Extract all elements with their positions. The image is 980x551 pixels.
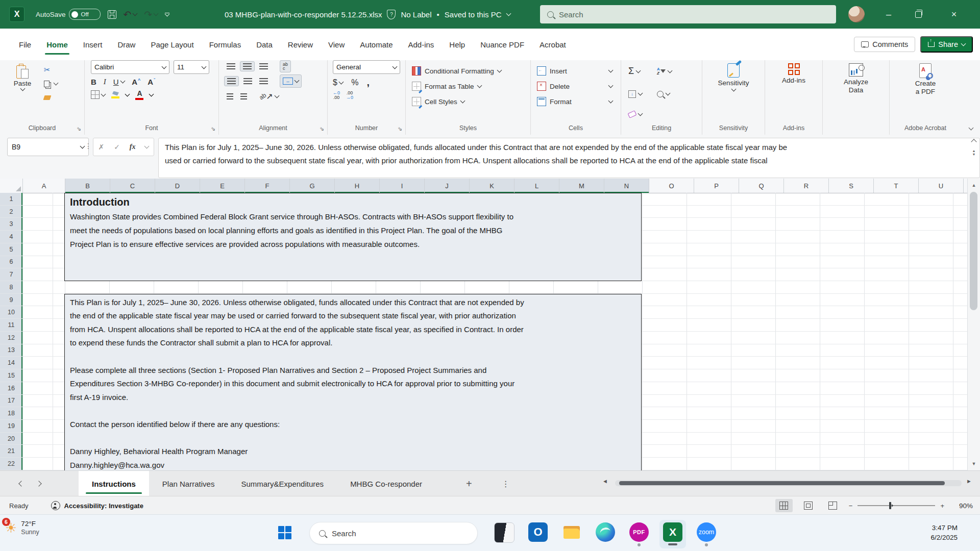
collapse-formula-bar-button[interactable] (971, 139, 976, 144)
row-cells[interactable] (23, 281, 968, 294)
tab-insert[interactable]: Insert (77, 36, 109, 54)
sensitivity-button[interactable]: Sensitivity (702, 63, 765, 91)
tab-formulas[interactable]: Formulas (203, 36, 248, 54)
normal-view-button[interactable] (775, 499, 793, 512)
close-button[interactable]: × (939, 0, 969, 29)
conditional-formatting-button[interactable]: Conditional Formatting (406, 63, 530, 79)
clear-button[interactable] (628, 107, 657, 121)
tab-draw[interactable]: Draw (111, 36, 142, 54)
increase-indent-button[interactable] (238, 92, 250, 101)
row-header-14[interactable]: 14 (0, 357, 23, 369)
borders-button[interactable] (91, 90, 105, 99)
sensitivity-label[interactable]: No Label (401, 10, 431, 19)
row-header-10[interactable]: 10 (0, 306, 23, 319)
zoom-slider[interactable] (857, 505, 935, 506)
next-sheet-arrow[interactable] (36, 481, 41, 486)
row-header-6[interactable]: 6 (0, 256, 23, 269)
row-header-22[interactable]: 22 (0, 458, 23, 470)
middle-align-button[interactable] (240, 61, 255, 71)
explorer-icon[interactable] (558, 520, 585, 548)
column-header-p[interactable]: P (694, 179, 739, 193)
vertical-scroll-thumb[interactable] (970, 192, 977, 310)
zoom-slider-thumb[interactable] (889, 502, 891, 509)
shrink-font-button[interactable]: Aˇ (148, 78, 155, 86)
column-header-s[interactable]: S (829, 179, 874, 193)
tab-page-layout[interactable]: Page Layout (144, 36, 200, 54)
autosum-button[interactable]: Σ (628, 61, 657, 82)
excel-icon[interactable]: X (659, 520, 686, 548)
pdf-icon[interactable]: PDF (626, 520, 652, 548)
user-avatar[interactable] (848, 6, 865, 22)
taskbar-clock[interactable]: 3:47 PM 6/2/2025 (930, 523, 958, 542)
find-select-button[interactable] (657, 86, 685, 103)
tab-help[interactable]: Help (443, 36, 472, 54)
percent-style-button[interactable]: % (351, 78, 358, 87)
sheet-options-button[interactable]: ⋮ (502, 479, 510, 489)
column-header-u[interactable]: U (919, 179, 964, 193)
weather-widget[interactable]: ☀6 72°F Sunny (5, 520, 39, 536)
grow-font-button[interactable]: A^ (132, 78, 140, 86)
format-painter-button[interactable] (44, 93, 58, 102)
row-header-5[interactable]: 5 (0, 243, 23, 256)
top-align-button[interactable] (224, 62, 238, 71)
increase-decimal-button[interactable]: ←0.00 (333, 91, 340, 100)
redo-button[interactable]: ↷ (144, 10, 158, 19)
tab-review[interactable]: Review (281, 36, 320, 54)
horizontal-scroll-thumb[interactable] (619, 481, 945, 485)
row-header-19[interactable]: 19 (0, 420, 23, 433)
row-header-7[interactable]: 7 (0, 268, 23, 281)
new-sheet-button[interactable]: + (466, 478, 472, 490)
create-pdf-button[interactable]: Createa PDF (890, 63, 961, 96)
notebook-icon[interactable] (491, 520, 518, 548)
column-header-q[interactable]: Q (739, 179, 784, 193)
zoom-in-button[interactable]: + (940, 502, 944, 510)
column-header-a[interactable]: A (23, 179, 65, 193)
sheet-tab-summary-expenditures[interactable]: Summary&Expenditures (228, 471, 337, 496)
column-header-e[interactable]: E (200, 179, 245, 193)
sheet-tab-mhbg-co-responder[interactable]: MHBG Co-responder (337, 471, 435, 496)
save-status[interactable]: Saved to this PC (445, 10, 502, 19)
column-header-k[interactable]: K (470, 179, 514, 193)
restore-button[interactable] (903, 0, 933, 29)
analyze-data-button[interactable]: AnalyzeData (823, 63, 889, 94)
insert-cells-button[interactable]: Insert (531, 63, 621, 79)
tab-add-ins[interactable]: Add-ins (402, 36, 441, 54)
name-box[interactable]: B9 (7, 138, 89, 156)
sort-filter-button[interactable]: AZ (657, 61, 685, 82)
format-cells-button[interactable]: Format (531, 94, 621, 109)
insert-function-button[interactable]: fx (130, 143, 136, 151)
accounting-format-button[interactable]: $ (333, 78, 343, 87)
column-header-g[interactable]: G (290, 179, 335, 193)
column-header-h[interactable]: H (335, 179, 380, 193)
tab-data[interactable]: Data (250, 36, 279, 54)
sheet-tab-instructions[interactable]: Instructions (79, 471, 149, 496)
zoom-level[interactable]: 90% (951, 502, 973, 510)
horizontal-scrollbar[interactable] (615, 480, 962, 486)
row-header-20[interactable]: 20 (0, 433, 23, 445)
format-as-table-button[interactable]: Format as Table (406, 79, 530, 94)
font-dialog-launcher[interactable]: ⇘ (211, 126, 215, 132)
copy-button[interactable] (44, 79, 58, 88)
title-search-box[interactable]: Search (540, 5, 836, 23)
tab-view[interactable]: View (322, 36, 351, 54)
cut-button[interactable]: ✂ (44, 65, 58, 74)
formula-bar-scroll[interactable]: ▲▼ (972, 149, 976, 156)
alignment-dialog-launcher[interactable]: ⇘ (320, 126, 324, 132)
autosave-toggle[interactable]: AutoSave Off (36, 9, 101, 20)
bold-button[interactable]: B (91, 78, 96, 86)
cancel-button[interactable]: ✗ (98, 143, 104, 151)
row-header-13[interactable]: 13 (0, 344, 23, 357)
zoom-out-button[interactable]: − (849, 502, 853, 510)
plan-text-box[interactable]: This Plan is for July 1, 2025– June 30, … (64, 294, 642, 473)
column-header-f[interactable]: F (245, 179, 290, 193)
formula-bar-input[interactable]: This Plan is for July 1, 2025– June 30, … (158, 138, 980, 178)
column-header-m[interactable]: M (559, 179, 604, 193)
row-header-12[interactable]: 12 (0, 332, 23, 344)
row-header-3[interactable]: 3 (0, 218, 23, 231)
row-header-21[interactable]: 21 (0, 445, 23, 458)
tab-acrobat[interactable]: Acrobat (533, 36, 573, 54)
share-button[interactable]: Share (920, 36, 973, 53)
excel-app-icon[interactable]: X (9, 7, 24, 22)
fill-color-button[interactable] (111, 91, 119, 98)
column-header-n[interactable]: N (604, 179, 649, 193)
